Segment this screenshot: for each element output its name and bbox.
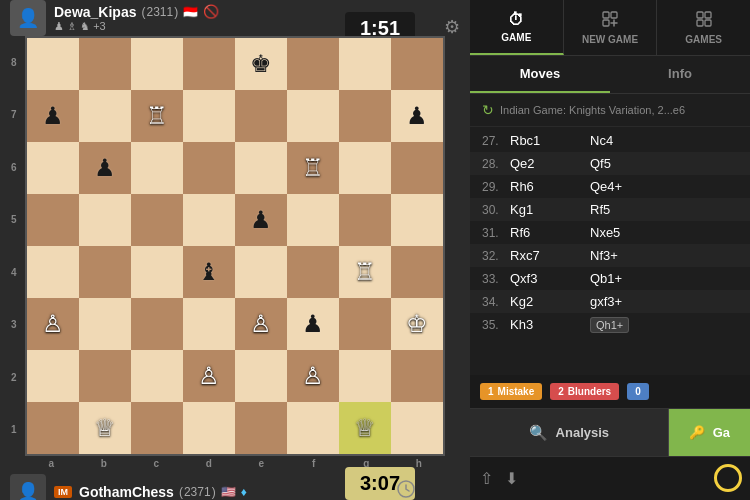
square-f2[interactable]: ♙	[287, 350, 339, 402]
move-black-31[interactable]: Nxe5	[590, 225, 738, 240]
share-icon[interactable]: ⇧	[480, 469, 493, 488]
move-black-28[interactable]: Qf5	[590, 156, 738, 171]
square-d7[interactable]	[183, 90, 235, 142]
move-black-32[interactable]: Nf3+	[590, 248, 738, 263]
square-e6[interactable]	[235, 142, 287, 194]
move-white-33[interactable]: Qxf3	[510, 271, 590, 286]
move-white-34[interactable]: Kg2	[510, 294, 590, 309]
sub-tab-moves[interactable]: Moves	[470, 56, 610, 93]
square-b5[interactable]	[79, 194, 131, 246]
square-c6[interactable]	[131, 142, 183, 194]
move-black-27[interactable]: Nc4	[590, 133, 738, 148]
top-player-flag: 🇮🇩	[183, 5, 198, 19]
square-e7[interactable]	[235, 90, 287, 142]
move-white-27[interactable]: Rbc1	[510, 133, 590, 148]
square-f7[interactable]	[287, 90, 339, 142]
square-f4[interactable]	[287, 246, 339, 298]
square-e4[interactable]	[235, 246, 287, 298]
square-h4[interactable]	[391, 246, 443, 298]
square-e5[interactable]: ♟	[235, 194, 287, 246]
square-g1[interactable]: ♕	[339, 402, 391, 454]
square-d4[interactable]: ♝	[183, 246, 235, 298]
download-icon[interactable]: ⬇	[505, 469, 518, 488]
square-g4[interactable]: ♖	[339, 246, 391, 298]
square-f3[interactable]: ♟	[287, 298, 339, 350]
new-game-tab-icon	[602, 11, 618, 31]
move-black-29[interactable]: Qe4+	[590, 179, 738, 194]
square-b2[interactable]	[79, 350, 131, 402]
square-f1[interactable]	[287, 402, 339, 454]
square-e8[interactable]: ♚	[235, 38, 287, 90]
square-a2[interactable]	[27, 350, 79, 402]
square-h5[interactable]	[391, 194, 443, 246]
square-a3[interactable]: ♙	[27, 298, 79, 350]
square-a5[interactable]	[27, 194, 79, 246]
square-c2[interactable]	[131, 350, 183, 402]
sub-tab-info[interactable]: Info	[610, 56, 750, 93]
move-white-29[interactable]: Rh6	[510, 179, 590, 194]
key-icon: 🔑	[689, 425, 705, 440]
square-g2[interactable]	[339, 350, 391, 402]
move-black-33[interactable]: Qb1+	[590, 271, 738, 286]
square-c4[interactable]	[131, 246, 183, 298]
square-a7[interactable]: ♟	[27, 90, 79, 142]
square-b7[interactable]	[79, 90, 131, 142]
tab-new-game[interactable]: NEW GAME	[564, 0, 658, 55]
square-h8[interactable]	[391, 38, 443, 90]
square-e1[interactable]	[235, 402, 287, 454]
square-a6[interactable]	[27, 142, 79, 194]
tab-games[interactable]: GAMES	[657, 0, 750, 55]
square-b4[interactable]	[79, 246, 131, 298]
square-f5[interactable]	[287, 194, 339, 246]
square-b6[interactable]: ♟	[79, 142, 131, 194]
square-b8[interactable]	[79, 38, 131, 90]
move-white-32[interactable]: Rxc7	[510, 248, 590, 263]
square-d2[interactable]: ♙	[183, 350, 235, 402]
square-c8[interactable]	[131, 38, 183, 90]
square-g8[interactable]	[339, 38, 391, 90]
square-g6[interactable]	[339, 142, 391, 194]
square-a1[interactable]	[27, 402, 79, 454]
move-black-34[interactable]: gxf3+	[590, 294, 738, 309]
square-e3[interactable]: ♙	[235, 298, 287, 350]
square-h6[interactable]	[391, 142, 443, 194]
square-d1[interactable]	[183, 402, 235, 454]
square-c5[interactable]	[131, 194, 183, 246]
square-h3[interactable]: ♔	[391, 298, 443, 350]
square-e2[interactable]	[235, 350, 287, 402]
square-g7[interactable]	[339, 90, 391, 142]
square-c7[interactable]: ♖	[131, 90, 183, 142]
square-h7[interactable]: ♟	[391, 90, 443, 142]
move-black-35[interactable]: Qh1+	[590, 317, 738, 332]
square-b1[interactable]: ♕	[79, 402, 131, 454]
square-d6[interactable]	[183, 142, 235, 194]
square-h2[interactable]	[391, 350, 443, 402]
square-c1[interactable]	[131, 402, 183, 454]
square-f8[interactable]	[287, 38, 339, 90]
move-white-31[interactable]: Rf6	[510, 225, 590, 240]
chess-board[interactable]: ♚♟♖♟♟♖♟♝♖♙♙♟♔♙♙♕♕	[25, 36, 445, 456]
move-num-27: 27.	[482, 134, 510, 148]
move-white-30[interactable]: Kg1	[510, 202, 590, 217]
square-b3[interactable]	[79, 298, 131, 350]
moves-list[interactable]: 27.Rbc1Nc428.Qe2Qf529.Rh6Qe4+30.Kg1Rf531…	[470, 127, 750, 375]
square-c3[interactable]	[131, 298, 183, 350]
analysis-button[interactable]: 🔍 Analysis	[470, 409, 669, 456]
tab-game[interactable]: ⏱ GAME	[470, 0, 564, 55]
square-g5[interactable]	[339, 194, 391, 246]
square-h1[interactable]	[391, 402, 443, 454]
game-button[interactable]: 🔑 Ga	[669, 409, 750, 456]
sync-icon[interactable]	[397, 480, 415, 500]
move-white-28[interactable]: Qe2	[510, 156, 590, 171]
square-f6[interactable]: ♖	[287, 142, 339, 194]
square-g3[interactable]	[339, 298, 391, 350]
square-d3[interactable]	[183, 298, 235, 350]
square-d8[interactable]	[183, 38, 235, 90]
settings-icon[interactable]: ⚙	[444, 16, 460, 38]
move-white-35[interactable]: Kh3	[510, 317, 590, 332]
square-a4[interactable]	[27, 246, 79, 298]
move-black-30[interactable]: Rf5	[590, 202, 738, 217]
analysis-label: Analysis	[556, 425, 609, 440]
square-d5[interactable]	[183, 194, 235, 246]
square-a8[interactable]	[27, 38, 79, 90]
